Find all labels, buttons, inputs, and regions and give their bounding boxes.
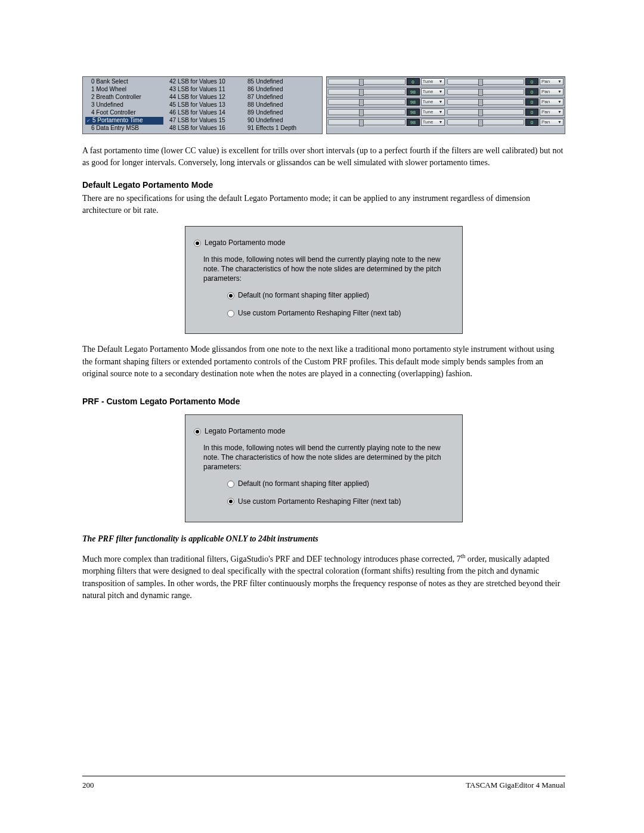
heading-prf-custom: PRF - Custom Legato Portamento Mode — [82, 395, 565, 407]
chevron-down-icon: ▼ — [558, 89, 562, 95]
tune-pan-row: 98Tune▼0Pan▼ — [327, 86, 565, 97]
param-dropdown[interactable]: Pan▼ — [540, 88, 564, 95]
dropdown-label: Tune — [423, 98, 434, 106]
value-readout: 0 — [525, 98, 538, 106]
heading-default-legato: Default Legato Portamento Mode — [82, 179, 565, 191]
slider-track[interactable] — [328, 79, 405, 85]
slider-track[interactable] — [328, 119, 405, 125]
radio-default-option[interactable]: Default (no formant shaping filter appli… — [227, 290, 451, 301]
cc-column-1: 0 Bank Select1 Mod Wheel2 Breath Control… — [85, 78, 163, 132]
cc-list-item[interactable]: 88 Undefined — [242, 101, 320, 109]
value-readout: 0 — [525, 119, 538, 126]
slider-track[interactable] — [447, 89, 525, 95]
dropdown-label: Tune — [423, 119, 434, 126]
param-dropdown[interactable]: Tune▼ — [421, 98, 445, 106]
dropdown-label: Pan — [541, 98, 550, 106]
radio-default-label-2: Default (no formant shaping filter appli… — [238, 479, 369, 489]
value-readout: 0 — [525, 88, 538, 95]
chevron-down-icon: ▼ — [558, 109, 562, 115]
cc-list-item[interactable]: 42 LSB for Values 10 — [163, 78, 242, 86]
body-paragraph-4: Much more complex than traditional filte… — [82, 552, 565, 602]
cc-list-item[interactable]: 0 Bank Select — [85, 78, 163, 86]
cc-list-item[interactable]: 2 Breath Controller — [85, 94, 163, 101]
slider-track[interactable] — [447, 99, 525, 105]
radio-icon — [194, 428, 201, 435]
param-dropdown[interactable]: Tune▼ — [421, 88, 445, 95]
cc-list-item[interactable]: 85 Undefined — [242, 78, 320, 86]
tune-pan-row: 0Tune▼0Pan▼ — [327, 77, 565, 86]
cc-list-item[interactable]: ✔5 Portamento Time — [85, 117, 163, 125]
check-icon: ✔ — [85, 118, 91, 124]
chevron-down-icon: ▼ — [439, 99, 443, 105]
slider-track[interactable] — [328, 89, 405, 95]
value-readout: 98 — [407, 88, 420, 95]
param-dropdown[interactable]: Tune▼ — [421, 109, 445, 116]
slider-group: 0Pan▼ — [447, 109, 564, 116]
slider-group: 0Pan▼ — [447, 119, 564, 126]
cc-list-item[interactable]: 48 LSB for Values 16 — [163, 125, 242, 132]
slider-track[interactable] — [328, 99, 405, 105]
cc-list-item[interactable]: 45 LSB for Values 13 — [163, 101, 242, 109]
slider-track[interactable] — [328, 109, 405, 115]
cc-list-item[interactable]: 87 Undefined — [242, 94, 320, 101]
radio-icon — [194, 240, 201, 247]
radio-main-mode[interactable]: Legato Portamento mode — [194, 238, 451, 248]
cc-list-item[interactable]: 90 Undefined — [242, 117, 320, 125]
cc-item-label: 91 Effects 1 Depth — [247, 124, 296, 133]
tune-pan-row: 98Tune▼0Pan▼ — [327, 107, 565, 117]
cc-list-item[interactable]: 43 LSB for Values 11 — [163, 86, 242, 94]
param-dropdown[interactable]: Pan▼ — [540, 98, 564, 106]
slider-group: 98Tune▼ — [328, 98, 445, 106]
slider-track[interactable] — [447, 109, 525, 115]
slider-group: 0Pan▼ — [447, 78, 564, 85]
param-dropdown[interactable]: Tune▼ — [421, 78, 445, 85]
dropdown-label: Pan — [541, 109, 550, 116]
radio-icon — [227, 292, 234, 299]
value-readout: 0 — [407, 78, 420, 85]
chevron-down-icon: ▼ — [558, 119, 562, 125]
slider-group: 0Pan▼ — [447, 98, 564, 106]
param-dropdown[interactable]: Pan▼ — [540, 78, 564, 85]
slider-group: 98Tune▼ — [328, 119, 445, 126]
cc-list-item[interactable]: 6 Data Entry MSB — [85, 125, 163, 132]
slider-track[interactable] — [447, 119, 525, 125]
param-dropdown[interactable]: Pan▼ — [540, 119, 564, 126]
value-readout: 0 — [525, 109, 538, 116]
radio-icon — [227, 310, 234, 317]
radio-custom-option[interactable]: Use custom Portamento Reshaping Filter (… — [227, 308, 451, 318]
page-number: 200 — [82, 780, 94, 791]
chevron-down-icon: ▼ — [439, 109, 443, 115]
slider-group: 98Tune▼ — [328, 88, 445, 95]
cc-list-item[interactable]: 46 LSB for Values 14 — [163, 109, 242, 117]
cc-list-item[interactable]: 47 LSB for Values 15 — [163, 117, 242, 125]
cc-list-item[interactable]: 91 Effects 1 Depth — [242, 125, 320, 132]
cc-list-item[interactable]: 86 Undefined — [242, 86, 320, 94]
radio-custom-option-2[interactable]: Use custom Portamento Reshaping Filter (… — [227, 497, 451, 507]
page-footer: 200 TASCAM GigaEditor 4 Manual — [82, 776, 565, 791]
tune-pan-row: 98Tune▼0Pan▼ — [327, 97, 565, 107]
cc-list-item[interactable]: 44 LSB for Values 12 — [163, 94, 242, 101]
cc-list-panel: 0 Bank Select1 Mod Wheel2 Breath Control… — [82, 76, 323, 134]
cc-list-item[interactable]: 3 Undefined — [85, 101, 163, 109]
value-readout: 98 — [407, 109, 420, 116]
dropdown-label: Tune — [423, 88, 434, 95]
document-page: 0 Bank Select1 Mod Wheel2 Breath Control… — [0, 0, 644, 833]
cc-item-label: 48 LSB for Values 16 — [169, 124, 225, 133]
radio-default-label: Default (no formant shaping filter appli… — [238, 290, 369, 301]
value-readout: 0 — [525, 78, 538, 85]
dropdown-label: Pan — [541, 88, 550, 95]
slider-track[interactable] — [447, 79, 525, 85]
legato-dialog-custom: Legato Portamento mode In this mode, fol… — [185, 414, 463, 522]
cc-column-2: 42 LSB for Values 1043 LSB for Values 11… — [163, 78, 242, 132]
dialog-description: In this mode, following notes will bend … — [203, 255, 449, 284]
emphasized-note: The PRF filter functionality is applicab… — [82, 533, 565, 545]
tune-pan-panel: 0Tune▼0Pan▼98Tune▼0Pan▼98Tune▼0Pan▼98Tun… — [326, 76, 565, 134]
dropdown-label: Pan — [541, 119, 550, 126]
radio-main-mode-2[interactable]: Legato Portamento mode — [194, 426, 451, 436]
param-dropdown[interactable]: Pan▼ — [540, 109, 564, 116]
cc-list-item[interactable]: 1 Mod Wheel — [85, 86, 163, 94]
cc-list-item[interactable]: 89 Undefined — [242, 109, 320, 117]
cc-list-item[interactable]: 4 Foot Controller — [85, 109, 163, 117]
radio-default-option-2[interactable]: Default (no formant shaping filter appli… — [227, 479, 451, 489]
param-dropdown[interactable]: Tune▼ — [421, 119, 445, 126]
